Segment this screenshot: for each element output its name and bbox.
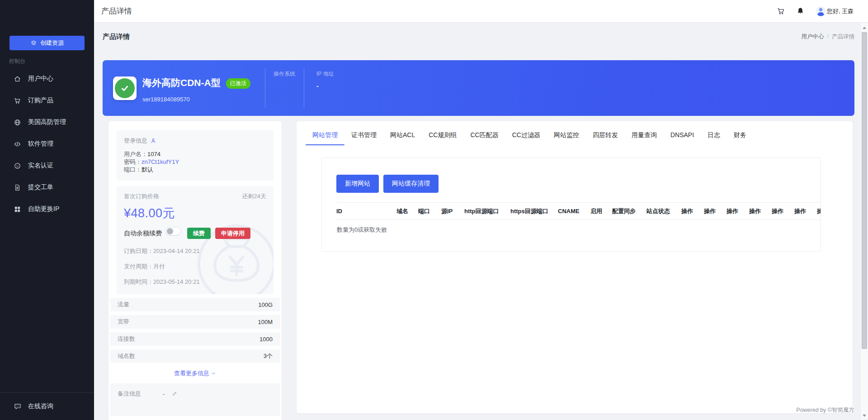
sidebar-item-label: 提交工单	[28, 183, 53, 191]
bell-icon[interactable]	[796, 7, 805, 15]
tab-cc-rules[interactable]: CC规则组	[422, 131, 463, 145]
col-http-port: http回源端口	[464, 203, 510, 220]
col-action: 操作	[817, 203, 821, 220]
col-domain: 域名	[396, 203, 418, 220]
username-label: 用户名：	[124, 151, 147, 158]
port-value: 默认	[142, 166, 153, 173]
product-banner: 海外高防CDN-A型 已激活 ser189184089570 操作系统 IP 地…	[103, 60, 854, 116]
product-status-icon	[113, 76, 137, 100]
tab-dnsapi[interactable]: DNSAPI	[664, 131, 701, 145]
sidebar-item-label: 软件管理	[28, 140, 53, 148]
sidebar-item-change-ip[interactable]: 自助更换IP	[0, 198, 94, 220]
clear-cache-button[interactable]: 网站缓存清理	[383, 175, 439, 193]
site-table-box: 新增网站 网站缓存清理 ID 域名 端口 源IP http回源端口	[321, 158, 821, 252]
col-id: ID	[336, 203, 396, 220]
banner-divider	[265, 68, 265, 108]
tab-certificate[interactable]: 证书管理	[344, 131, 383, 145]
os-field-label: 操作系统	[274, 70, 295, 78]
create-resource-label: 创建资源	[40, 39, 64, 47]
sidebar-item-order-product[interactable]: 订购产品	[0, 90, 94, 111]
spec-label: 连接数	[118, 335, 135, 343]
col-site-status: 站点状态	[646, 203, 681, 220]
spec-row-domains: 域名数 3个	[110, 349, 280, 363]
tab-layer4-forward[interactable]: 四层转发	[586, 131, 625, 145]
sidebar-menu: 用户中心 订购产品 美国高防管理 软件管理 实名认证 提交工单 自助更换IP	[0, 68, 94, 220]
port-label: 端口：	[124, 166, 142, 173]
view-more-label: 查看更多信息	[174, 369, 209, 377]
spec-label: 流量	[118, 301, 129, 309]
sidebar-item-label: 实名认证	[28, 162, 53, 170]
scroll-down-arrow[interactable]	[861, 412, 868, 419]
ip-field-label: IP 地址	[316, 70, 334, 78]
col-config-sync: 配置同步	[612, 203, 646, 220]
cart-icon[interactable]	[777, 7, 785, 15]
status-badge: 已激活	[226, 78, 250, 89]
spec-value: 1000	[259, 336, 273, 343]
col-action: 操作	[772, 203, 794, 220]
sidebar-item-ticket[interactable]: 提交工单	[0, 177, 94, 198]
site-management-panel: 网站管理 证书管理 网站ACL CC规则组 CC匹配器 CC过滤器 网站监控 四…	[297, 121, 853, 413]
product-serial: ser189184089570	[142, 96, 190, 103]
add-site-button[interactable]: 新增网站	[336, 175, 379, 193]
password-value[interactable]: zn7Ct1kufY1Y	[142, 158, 179, 165]
col-action: 操作	[749, 203, 772, 220]
banner-divider	[304, 68, 304, 108]
tab-site-monitor[interactable]: 网站监控	[547, 131, 586, 145]
spec-row-bandwidth: 宽带 100M	[110, 315, 280, 329]
sidebar-item-user-center[interactable]: 用户中心	[0, 68, 94, 90]
auto-renew-label: 自动余额续费	[124, 229, 162, 238]
breadcrumb-current: 产品详情	[832, 33, 854, 41]
face-icon	[14, 162, 21, 170]
breadcrumb-user-center[interactable]: 用户中心	[802, 33, 824, 41]
sidebar-section-label: 控制台	[9, 57, 25, 65]
sidebar-item-us-highdefense[interactable]: 美国高防管理	[0, 111, 94, 133]
breadcrumb: 用户中心 / 产品详情	[802, 33, 854, 41]
tab-finance[interactable]: 财务	[727, 131, 753, 145]
product-info-card: 登录信息 用户名：1074 密码：zn7Ct1kufY1Y 端口：默认 首次订购…	[108, 121, 282, 420]
user-greeting: 您好, 王森	[827, 7, 854, 15]
table-empty-text: 数量为0或获取失败	[322, 220, 821, 234]
sidebar-item-label: 用户中心	[28, 75, 53, 83]
tab-site-management[interactable]: 网站管理	[306, 131, 344, 145]
check-icon	[115, 78, 135, 98]
scrollbar-thumb[interactable]	[862, 32, 867, 349]
scroll-up-arrow[interactable]	[861, 24, 868, 31]
stop-service-button[interactable]: 申请停用	[215, 228, 250, 239]
spec-value: 100G	[258, 301, 273, 308]
code-icon	[14, 140, 21, 148]
tab-logs[interactable]: 日志	[701, 131, 727, 145]
tab-cc-matcher[interactable]: CC匹配器	[463, 131, 505, 145]
edit-pencil-icon[interactable]	[172, 391, 178, 397]
sidebar-item-label: 在线咨询	[28, 402, 53, 410]
home-icon	[14, 75, 21, 83]
tab-cc-filter[interactable]: CC过滤器	[505, 131, 547, 145]
login-info-block: 登录信息 用户名：1074 密码：zn7Ct1kufY1Y 端口：默认	[117, 130, 274, 181]
sidebar-item-verification[interactable]: 实名认证	[0, 155, 94, 177]
page-title: 产品详情	[101, 6, 132, 16]
main-content: 产品详情 用户中心 / 产品详情 海外高防CDN-A型 已激活 ser18918…	[94, 23, 868, 420]
table-header-row: ID 域名 端口 源IP http回源端口 https回源端口 CNAME 启用…	[336, 203, 821, 220]
remark-value: -	[163, 391, 165, 397]
vertical-scrollbar[interactable]	[860, 23, 868, 420]
sidebar-item-software[interactable]: 软件管理	[0, 133, 94, 155]
remark-row: 备注信息 -	[110, 383, 280, 416]
password-label: 密码：	[124, 158, 142, 165]
col-enabled: 启用	[590, 203, 612, 220]
user-menu[interactable]: 您好, 王森	[816, 6, 854, 16]
col-action: 操作	[681, 203, 704, 220]
pay-cycle-label: 支付周期：	[124, 263, 153, 270]
product-name: 海外高防CDN-A型	[142, 76, 221, 89]
sidebar-item-online-support[interactable]: 在线咨询	[0, 392, 94, 420]
tab-usage-query[interactable]: 用量查询	[625, 131, 664, 145]
view-more-link[interactable]: 查看更多信息	[108, 369, 282, 377]
renew-button[interactable]: 续费	[187, 228, 211, 239]
layers-icon	[30, 40, 37, 47]
expire-time-label: 到期时间：	[124, 278, 153, 285]
create-resource-button[interactable]: 创建资源	[9, 36, 85, 50]
spec-label: 域名数	[118, 352, 135, 360]
auto-renew-toggle[interactable]	[165, 227, 181, 235]
tab-site-acl[interactable]: 网站ACL	[383, 131, 422, 145]
powered-by: Powered by ©智简魔方	[796, 406, 854, 414]
toggle-knob	[167, 228, 173, 234]
price-label: 首次订购价格	[124, 192, 159, 200]
